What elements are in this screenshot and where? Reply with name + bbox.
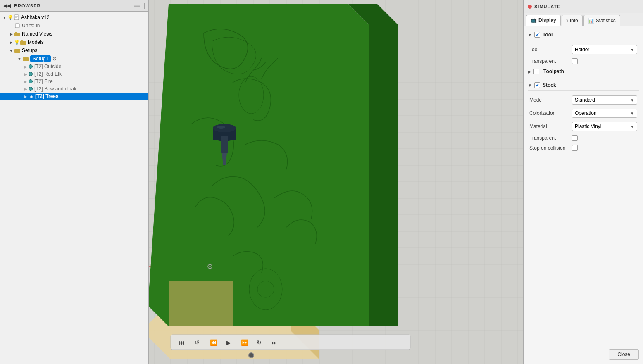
tool-dropdown[interactable]: Holder ▼ bbox=[572, 45, 637, 54]
setup1-target-icon: ⊙ bbox=[52, 56, 57, 62]
close-btn-area: Close bbox=[524, 345, 643, 364]
toolpath-section-header[interactable]: ▶ Toolpath bbox=[528, 66, 639, 77]
tree-models[interactable]: ▶ 💡 Models bbox=[0, 38, 148, 46]
info-icon: ℹ bbox=[566, 18, 568, 24]
red-elk-arrow[interactable]: ▶ bbox=[23, 71, 29, 77]
tree-root[interactable]: ▼ 💡 Ashitaka v12 bbox=[0, 13, 148, 21]
statistics-icon: 📊 bbox=[588, 18, 594, 24]
models-arrow[interactable]: ▶ bbox=[8, 39, 14, 45]
setups-label: Setups bbox=[22, 48, 37, 53]
named-views-arrow[interactable]: ▶ bbox=[8, 31, 14, 37]
tree-named-views[interactable]: ▶ Named Views bbox=[0, 30, 148, 38]
tree-t2-bow[interactable]: ▶ [T2] Bow and cloak bbox=[0, 85, 148, 93]
trees-arrow[interactable]: ▶ bbox=[23, 93, 29, 99]
tree-t2-red-elk[interactable]: ▶ [T2] Red Elk bbox=[0, 70, 148, 78]
named-views-label: Named Views bbox=[22, 31, 52, 37]
fire-arrow[interactable]: ▶ bbox=[23, 79, 29, 84]
simulate-content: ▼ ✔ Tool Tool Holder ▼ Transparent ▶ Too… bbox=[524, 26, 643, 345]
toolpath-section-arrow: ▶ bbox=[528, 69, 531, 74]
tab-info[interactable]: ℹ Info bbox=[562, 15, 583, 26]
simulate-title: SIMULATE bbox=[534, 4, 560, 9]
setup1-arrow[interactable]: ▼ bbox=[17, 56, 22, 62]
svg-rect-4 bbox=[15, 24, 19, 28]
svg-text:▶: ▶ bbox=[226, 339, 231, 346]
mode-dropdown[interactable]: Standard ▼ bbox=[572, 95, 637, 105]
tool-section-checkbox[interactable]: ✔ bbox=[534, 32, 540, 38]
stop-collision-label: Stop on collision bbox=[529, 145, 569, 151]
setup1-label: Setup1 bbox=[30, 55, 51, 62]
setup1-folder-icon bbox=[22, 55, 29, 62]
svg-marker-55 bbox=[149, 4, 369, 326]
colorization-dropdown-arrow: ▼ bbox=[630, 111, 634, 116]
stock-section-header[interactable]: ▼ ✔ Stock bbox=[528, 80, 639, 91]
simulate-status-dot bbox=[528, 5, 532, 9]
tab-statistics[interactable]: 📊 Statistics bbox=[583, 15, 620, 26]
tree-t2-trees[interactable]: ▶ ◈ [T2] Trees bbox=[0, 93, 148, 100]
stock-section-arrow: ▼ bbox=[528, 83, 532, 88]
toolpath-section-checkbox[interactable] bbox=[533, 69, 539, 74]
tool-label: Tool bbox=[529, 47, 569, 52]
browser-panel: ◀◀ BROWSER — | ▼ 💡 Ashitaka v12 ▶ Units:… bbox=[0, 0, 149, 364]
stock-transparent-checkbox[interactable] bbox=[572, 135, 578, 141]
setups-folder-icon bbox=[14, 47, 21, 54]
close-button[interactable]: Close bbox=[609, 349, 639, 360]
svg-text:⏪: ⏪ bbox=[210, 339, 217, 346]
fire-status-icon bbox=[29, 79, 33, 83]
svg-text:⏭: ⏭ bbox=[271, 339, 277, 346]
mode-label: Mode bbox=[529, 97, 569, 103]
trees-label: [T2] Trees bbox=[35, 93, 59, 99]
stock-section-checkbox[interactable]: ✔ bbox=[534, 82, 540, 88]
root-label: Ashitaka v12 bbox=[21, 14, 50, 20]
bow-arrow[interactable]: ▶ bbox=[23, 86, 29, 92]
root-bulb-icon: 💡 bbox=[7, 14, 13, 20]
stock-transparent-label: Transparent bbox=[529, 135, 569, 141]
simulate-panel: SIMULATE 📺 Display ℹ Info 📊 Statistics ▼… bbox=[523, 0, 643, 364]
units-spacer: ▶ bbox=[8, 23, 14, 29]
tool-transparent-checkbox[interactable] bbox=[572, 58, 578, 64]
svg-text:↺: ↺ bbox=[195, 339, 200, 346]
colorization-dropdown[interactable]: Operation ▼ bbox=[572, 109, 637, 118]
material-value: Plastic Vinyl bbox=[575, 124, 601, 129]
svg-text:↻: ↻ bbox=[257, 339, 262, 346]
outside-label: [T2] Outside bbox=[34, 64, 61, 69]
back-arrow-icon[interactable]: ◀◀ bbox=[3, 3, 11, 9]
mode-prop-row: Mode Standard ▼ bbox=[528, 93, 639, 107]
material-prop-row: Material Plastic Vinyl ▼ bbox=[528, 120, 639, 133]
viewport[interactable]: ⏮ ↺ ⏪ ▶ ⏩ ↻ ⏭ bbox=[149, 0, 523, 364]
svg-point-70 bbox=[209, 266, 211, 267]
browser-tree: ▼ 💡 Ashitaka v12 ▶ Units: in ▶ Named Vie… bbox=[0, 12, 148, 364]
tree-setups[interactable]: ▼ Setups bbox=[0, 46, 148, 55]
tool-section-header[interactable]: ▼ ✔ Tool bbox=[528, 29, 639, 40]
outside-status-icon bbox=[29, 64, 33, 69]
tool-prop-row: Tool Holder ▼ bbox=[528, 43, 639, 56]
browser-header: ◀◀ BROWSER — | bbox=[0, 0, 148, 12]
tree-t2-outside[interactable]: ▶ [T2] Outside bbox=[0, 63, 148, 70]
material-dropdown[interactable]: Plastic Vinyl ▼ bbox=[572, 122, 637, 131]
tab-display[interactable]: 📺 Display bbox=[526, 15, 561, 26]
bow-label: [T2] Bow and cloak bbox=[34, 86, 76, 92]
svg-rect-71 bbox=[171, 335, 410, 350]
named-views-folder-icon bbox=[14, 31, 21, 37]
outside-arrow[interactable]: ▶ bbox=[23, 64, 29, 69]
bow-status-icon bbox=[29, 87, 33, 91]
root-expand-arrow[interactable]: ▼ bbox=[2, 14, 7, 20]
colorization-label: Colorization bbox=[529, 110, 569, 116]
tree-setup1[interactable]: ▼ Setup1 ⊙ bbox=[0, 55, 148, 63]
svg-rect-65 bbox=[221, 136, 228, 153]
browser-minimize-icon[interactable]: — bbox=[134, 2, 140, 9]
colorization-value: Operation bbox=[575, 110, 597, 116]
svg-text:⏩: ⏩ bbox=[241, 339, 248, 346]
grid-background: ⏮ ↺ ⏪ ▶ ⏩ ↻ ⏭ bbox=[149, 0, 523, 364]
fire-label: [T2] Fire bbox=[34, 79, 53, 84]
red-elk-label: [T2] Red Elk bbox=[34, 71, 62, 77]
display-icon: 📺 bbox=[531, 17, 537, 23]
setups-arrow[interactable]: ▼ bbox=[8, 48, 14, 53]
mode-value: Standard bbox=[575, 97, 595, 103]
mode-dropdown-arrow: ▼ bbox=[630, 98, 634, 102]
stop-collision-checkbox[interactable] bbox=[572, 145, 578, 151]
stock-section-label: Stock bbox=[543, 82, 556, 88]
browser-title: BROWSER bbox=[14, 3, 40, 8]
svg-text:⏮: ⏮ bbox=[179, 339, 185, 346]
root-doc-icon bbox=[13, 14, 20, 21]
tree-t2-fire[interactable]: ▶ [T2] Fire bbox=[0, 78, 148, 85]
